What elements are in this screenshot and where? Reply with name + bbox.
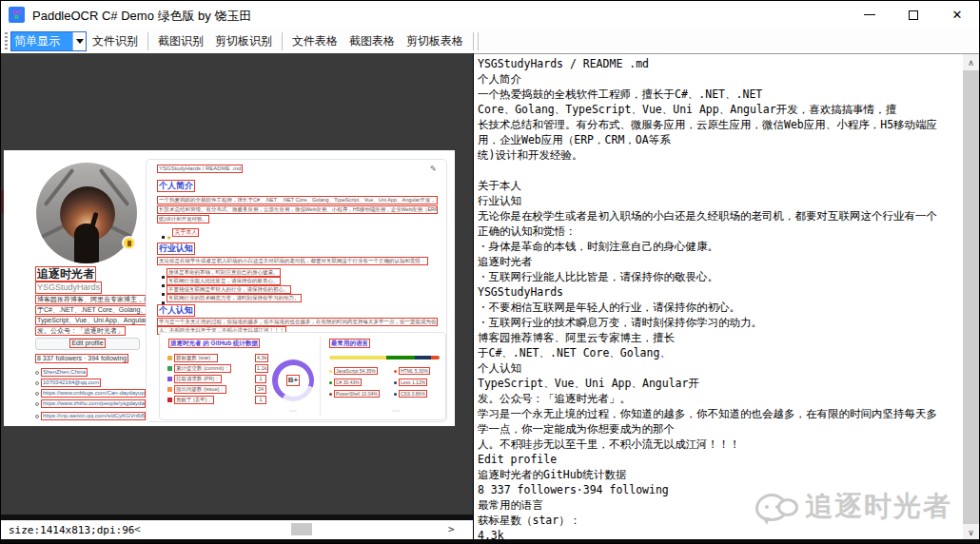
toolbar: 简单显示 文件识别 截图识别 剪切板识别 文件表格 截图表格 剪切板表格 [1,29,979,53]
ocr-box: 统)设计和开发经验。 [157,215,209,223]
ocr-line: ・身体是革命的本钱，时刻注意自己的身心健康。 [478,239,963,254]
ocr-box: 拉取请求数 (PR)： [174,375,222,383]
ocr-line: ・不要相信互联网是年轻人的行业，请保持你的初心。 [478,300,963,315]
minimize-button[interactable] [848,1,892,29]
link-icon [35,402,39,406]
hscroll-thumb[interactable] [291,523,312,535]
window-bottom-edge [1,539,979,544]
ocr-box: 无论你是在校学生或者是初入职场的小白还是久经职场的老司机，都要对互联网这个行业有… [157,257,428,265]
title-bar: OC R PaddleOCR C# Demo 绿色版 by 饶玉田 ✕ [1,1,979,29]
ocr-box: YSGStudyHards / README .md [157,165,243,173]
ocr-box: https://mp.weixin.qq.com/s/dCyKGVn6i5rCT… [41,412,146,420]
ocr-box: 累计提交数 (commit)： [174,364,231,373]
stat-row: 获标星数 (star)：4.3k [167,354,218,362]
lang-legend-item: HTML 5.30% [394,367,430,375]
ocr-line: 长技术总结和管理。有分布式、微服务应用，云原生应用，微信Web应用、小程序，H5… [478,117,963,132]
ocr-box: 8 337 followers · 394 following [35,354,128,363]
ocr-box: 最常用的语言 [329,339,370,348]
maximize-button[interactable] [892,1,935,29]
ocr-box: 追逐时光者 的 GitHub 统计数据 [168,339,260,348]
scroll-up-button[interactable]: ∧ [963,54,979,70]
ocr-box: 1 [255,396,266,404]
minimize-icon [864,14,875,15]
link-icon [35,392,39,396]
profile-detail: ShenZhen,China [35,368,88,377]
lang-dot [394,393,397,396]
window-title: PaddleOCR C# Demo 绿色版 by 饶玉田 [32,8,251,25]
ocr-box: 1 [255,375,266,383]
profile-detail: 1070342164@qq.com [35,379,101,387]
languages-title: 最常用的语言 [329,339,370,356]
ocr-line: 行业认知 [478,193,963,208]
ocr-line: 追逐时光者 [478,254,963,269]
ocr-box: 个人简介 [157,180,195,192]
ocr-line: 发。公众号：「追逐时光者」。 [478,391,963,406]
decoration [289,410,297,412]
github-stats-panel: 追逐时光者 的 GitHub 统计数据 获标星数 (star)：4.3k 累计提… [159,332,446,420]
window-controls: ✕ [848,1,979,29]
ocr-line: 关于本人 [478,178,963,193]
ocr-box: B+ [286,375,300,386]
ocr-box: 24 [255,385,266,394]
combobox-dropdown-button[interactable] [72,32,86,50]
display-mode-value[interactable]: 简单显示 [11,32,72,50]
ocr-box: HTML 5.30% [399,367,430,375]
stat-row: 累计提交数 (commit)：1.1k [167,364,231,373]
lang-dot [329,381,332,384]
scroll-down-button[interactable]: ∨ [963,524,979,539]
lang-bar-html [431,356,440,359]
lang-legend-item: Less 1.12% [394,379,427,386]
ocr-line: 追逐时光者的GitHub统计数据 [478,467,963,482]
ocr-line: YSGStudyHards / README .md [478,56,963,71]
vertical-scrollbar[interactable]: ∧ ∨ [963,54,979,539]
stat-row: 贡献于 (去年)：1 [167,396,214,404]
ocr-box: 一个热爱捣鼓的全栈软件工程师，擅长于C#、.NET、.NET Core、Gola… [157,196,438,204]
button-clipboard-table[interactable]: 剪切板表格 [402,30,468,52]
ocr-line: TypeScript、Vue、Uni App、Angular开 [478,376,963,391]
watermark-text: 追逐时光者 [805,488,952,526]
decoration [392,410,400,412]
ocr-output-textbox[interactable]: YSGStudyHards / README .md 个人简介 一个热爱捣鼓的全… [474,54,963,539]
toolbar-separator [147,32,148,50]
ocr-line: 正确的认知和觉悟： [478,223,963,239]
lang-legend-item: JavaScript 54.35% [329,367,378,375]
toolbar-separator [473,32,474,50]
maximize-icon [909,10,918,20]
watermark: 追逐时光者 [755,488,952,526]
commit-icon [167,366,172,371]
hscroll-left-arrow[interactable]: < [134,523,141,535]
ocr-line: Core、Golang、TypeScript、Vue、Uni App、Angul… [478,102,963,117]
app-window: OC R PaddleOCR C# Demo 绿色版 by 饶玉田 ✕ 简单显示… [0,0,980,544]
ocr-line: 统)设计和开发经验。 [478,147,963,163]
ocr-box: 获标星数 (star)： [174,354,218,362]
ocr-box: 行业认知 [157,243,195,255]
ocr-box: 报出问题数 (issue)： [174,385,226,394]
ocr-box: 发。公众号：「追逐时光者」 [35,326,126,336]
profile-detail: https://www.cnblogs.com/Can-daydayup [35,389,146,398]
image-size-info: size:1414x813;dpi:96 [9,524,134,536]
button-screenshot-table[interactable]: 截图表格 [344,30,400,52]
display-mode-combobox[interactable]: 简单显示 [10,31,87,51]
button-clipboard-ocr[interactable]: 剪切板识别 [210,30,277,52]
ocr-box: 贡献于 (去年)： [174,396,214,404]
ocr-line: 个人简介 [478,71,963,87]
ocr-box: 身体是革命的本钱，时刻注意自己的身心健康。 [167,268,281,277]
ocr-box: 个人认知 [157,304,195,317]
ocr-box: TypeScript、Vue、Uni App、Angular开 [35,316,155,325]
ocr-box: C# 30.43% [334,379,362,386]
ocr-line: ・互联网行业的技术瞬息万变，请时刻保持你学习的动力。 [478,315,963,330]
ocr-box: 1070342164@qq.com [41,379,101,387]
toolbar-grip-handle[interactable] [5,32,8,49]
button-file-table[interactable]: 文件表格 [287,30,343,52]
grade-ring: B+ [272,359,314,401]
button-file-ocr[interactable]: 文件识别 [88,30,143,52]
ocr-box: 博客园推荐博客、阿里云专家博主，擅长 [35,295,159,304]
language-bar [329,356,440,359]
close-button[interactable]: ✕ [935,1,979,29]
button-screenshot-ocr[interactable]: 截图识别 [153,30,208,52]
ocr-line: ・互联网行业能人比比皆是，请保持你的敬畏心。 [478,269,963,284]
status-bar: size:1414x813;dpi:96 < > [1,520,473,539]
vscroll-thumb[interactable] [963,70,979,524]
hscroll-right-arrow[interactable]: > [448,523,455,535]
ocr-line [478,163,963,178]
